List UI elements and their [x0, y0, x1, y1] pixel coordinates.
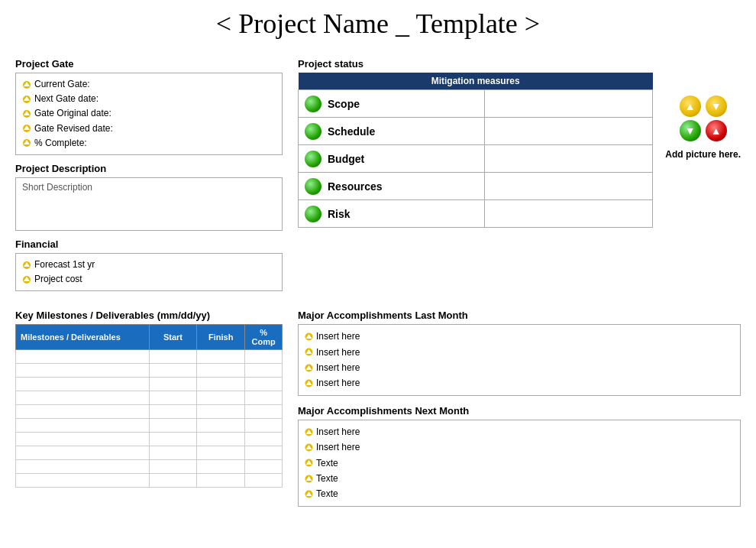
green-ball-scope [305, 96, 321, 112]
arrow-down-green-icon: ▼ [680, 120, 701, 141]
acc-next-item-3: Texte [305, 456, 734, 471]
status-label-budget: Budget [299, 145, 485, 173]
status-row-resources: Resources [299, 173, 653, 200]
financial-item-1: Forecast 1st yr [22, 258, 276, 272]
mitigation-resources [485, 173, 653, 200]
bullet-icon-2 [22, 95, 31, 104]
mitigation-schedule [485, 118, 653, 145]
table-row [16, 474, 283, 488]
financial-bullet-2 [22, 275, 31, 284]
acc-last-item-1: Insert here [305, 329, 734, 344]
green-ball-risk [305, 206, 321, 222]
status-table: Mitigation measures Scope [298, 73, 653, 228]
status-header-row: Mitigation measures [299, 73, 653, 90]
status-row-budget: Budget [299, 145, 653, 173]
status-label-resources: Resources [299, 173, 485, 200]
left-column: Project Gate Current Gate: Next Gate dat… [15, 50, 283, 291]
arrow-up-red-icon: ▲ [706, 120, 727, 141]
financial-item-2: Project cost [22, 272, 276, 287]
icons-row-bottom: ▼ ▲ [680, 120, 727, 141]
mitigation-header: Mitigation measures [299, 73, 653, 90]
table-row [16, 405, 283, 419]
project-description-box: Short Description [15, 177, 283, 231]
acc-bullet-4 [305, 379, 313, 387]
acc-last-item-2: Insert here [305, 345, 734, 360]
acc-bullet-1 [305, 332, 313, 341]
table-row [16, 350, 283, 364]
status-section: Mitigation measures Scope [298, 73, 741, 228]
project-gate-box: Current Gate: Next Gate date: Gate Origi… [15, 73, 283, 155]
accomplishments-last-box: Insert here Insert here Insert here Inse… [298, 324, 741, 396]
add-picture-text: Add picture here. [665, 149, 741, 160]
side-icons: ▲ ▼ ▼ ▲ Add picture here. [665, 73, 741, 160]
mitigation-risk [485, 200, 653, 228]
green-ball-budget [305, 151, 321, 167]
project-gate-title: Project Gate [15, 58, 283, 70]
acc-next-item-1: Insert here [305, 424, 734, 439]
icons-row-top: ▲ ▼ [680, 96, 727, 117]
bullet-icon-1 [22, 80, 31, 89]
table-row [16, 378, 283, 391]
gate-item-5: % Complete: [22, 136, 276, 151]
acc-next-item-5: Texte [305, 486, 734, 501]
project-description-title: Project Description [15, 163, 283, 174]
right-column: Project status Mitigation measures Scope [298, 50, 741, 228]
accomplishments-next-box: Insert here Insert here Texte Texte Text… [298, 420, 741, 507]
status-row-schedule: Schedule [299, 118, 653, 145]
milestones-col-header: Milestones / Deliverables [16, 325, 150, 350]
table-row [16, 364, 283, 378]
comp-col-header: % Comp [245, 325, 283, 350]
gate-item-3: Gate Original date: [22, 106, 276, 121]
table-row [16, 419, 283, 433]
bullet-icon-4 [22, 124, 31, 133]
acc-next-bullet-5 [305, 490, 313, 498]
mitigation-scope [485, 90, 653, 118]
short-description-text: Short Description [22, 182, 92, 193]
acc-bullet-2 [305, 348, 313, 356]
acc-last-item-3: Insert here [305, 360, 734, 375]
arrow-up-yellow-icon: ▲ [680, 96, 701, 117]
page-title: < Project Name _ Template > [15, 8, 741, 40]
accomplishments-column: Major Accomplishments Last Month Insert … [298, 302, 741, 507]
acc-next-bullet-2 [305, 443, 313, 452]
mitigation-budget [485, 145, 653, 173]
status-label-scope: Scope [299, 90, 485, 118]
acc-next-bullet-1 [305, 428, 313, 436]
milestones-title: Key Milestones / Deliverables (mm/dd/yy) [15, 310, 283, 321]
status-row-scope: Scope [299, 90, 653, 118]
accomplishments-next-title: Major Accomplishments Next Month [298, 405, 741, 417]
financial-title: Financial [15, 238, 283, 250]
acc-next-bullet-3 [305, 459, 313, 467]
project-status-title: Project status [298, 58, 741, 70]
bullet-icon-5 [22, 138, 31, 148]
start-col-header: Start [149, 325, 197, 350]
financial-box: Forecast 1st yr Project cost [15, 253, 283, 291]
bullet-icon-3 [22, 109, 31, 118]
milestones-header-row: Milestones / Deliverables Start Finish %… [16, 325, 283, 350]
gate-item-1: Current Gate: [22, 77, 276, 92]
green-ball-resources [305, 178, 321, 195]
acc-next-bullet-4 [305, 475, 313, 483]
table-row [16, 446, 283, 460]
acc-last-item-4: Insert here [305, 375, 734, 391]
arrow-down-yellow-icon: ▼ [706, 96, 727, 117]
accomplishments-last-title: Major Accomplishments Last Month [298, 310, 741, 321]
finish-col-header: Finish [197, 325, 245, 350]
financial-bullet-1 [22, 261, 31, 270]
acc-next-item-2: Insert here [305, 439, 734, 455]
main-layout: Project Gate Current Gate: Next Gate dat… [15, 50, 741, 291]
gate-item-4: Gate Revised date: [22, 122, 276, 136]
status-label-schedule: Schedule [299, 118, 485, 145]
status-table-wrap: Mitigation measures Scope [298, 73, 653, 228]
milestones-table: Milestones / Deliverables Start Finish %… [15, 324, 283, 488]
table-row [16, 433, 283, 446]
green-ball-schedule [305, 123, 321, 140]
table-row [16, 391, 283, 405]
status-row-risk: Risk [299, 200, 653, 228]
acc-next-item-4: Texte [305, 471, 734, 486]
milestones-section: Key Milestones / Deliverables (mm/dd/yy)… [15, 302, 283, 507]
bottom-layout: Key Milestones / Deliverables (mm/dd/yy)… [15, 302, 741, 507]
acc-bullet-3 [305, 364, 313, 372]
table-row [16, 460, 283, 474]
status-label-risk: Risk [299, 200, 485, 228]
